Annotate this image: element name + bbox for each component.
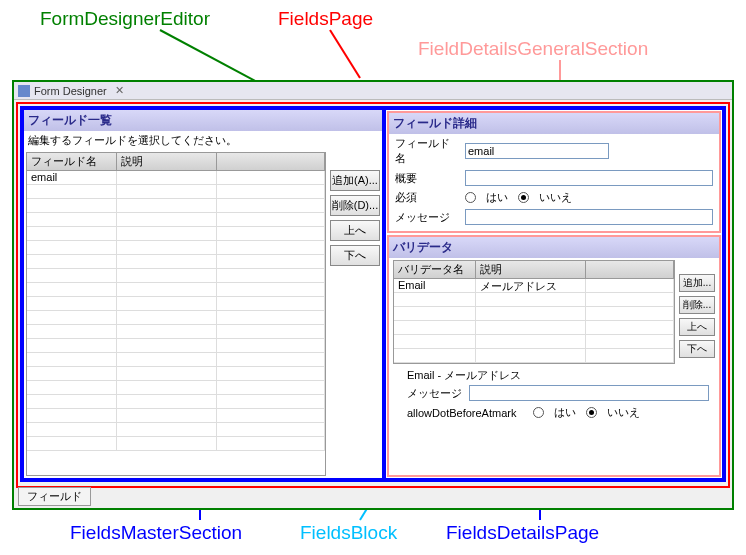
window-title: Form Designer [34,85,107,97]
validator-detail-title: Email - メールアドレス [407,368,709,383]
col-spacer [586,261,674,278]
cell-desc: メールアドレス [476,279,586,292]
validator-up-button[interactable]: 上へ [679,318,715,336]
validator-header: バリデータ [389,237,719,258]
col-field-desc[interactable]: 説明 [117,153,217,170]
required-yes-label: はい [486,190,508,205]
fields-block: フィールド一覧 編集するフィールドを選択してください。 フィールド名 説明 em… [20,106,726,482]
add-button[interactable]: 追加(A)... [330,170,380,191]
ann-fields-details-page: FieldsDetailsPage [446,522,599,544]
close-icon[interactable]: ✕ [115,84,124,97]
validator-buttons: 追加... 削除... 上へ 下へ [679,260,715,364]
label-message: メッセージ [395,210,459,225]
table-row[interactable]: email [27,171,325,185]
validator-down-button[interactable]: 下へ [679,340,715,358]
label-validator-message: メッセージ [407,386,463,401]
grid-rows: email [27,171,325,451]
cell-spacer [217,171,325,184]
validator-grid[interactable]: バリデータ名 説明 Email メールアドレス [393,260,675,364]
fields-master-section: フィールド一覧 編集するフィールドを選択してください。 フィールド名 説明 em… [24,110,386,478]
fields-page: フィールド一覧 編集するフィールドを選択してください。 フィールド名 説明 em… [16,102,730,488]
table-row[interactable]: Email メールアドレス [394,279,674,293]
allow-dot-no-label: いいえ [607,405,640,420]
cell-desc [117,171,217,184]
allow-dot-yes-label: はい [554,405,576,420]
col-validator-desc[interactable]: 説明 [476,261,586,278]
col-validator-name[interactable]: バリデータ名 [394,261,476,278]
label-field-name: フィールド名 [395,136,459,166]
titlebar: Form Designer ✕ [14,82,732,100]
allow-dot-radio-group: はい いいえ [533,405,640,420]
allow-dot-no-radio[interactable] [586,407,597,418]
fields-details-page: フィールド詳細 フィールド名 概要 必須 はい [386,110,722,478]
ann-fields-master: FieldsMasterSection [70,522,242,544]
cell-name: Email [394,279,476,292]
app-icon [18,85,30,97]
col-spacer [217,153,325,170]
cell-spacer [586,279,674,292]
master-buttons: 追加(A)... 削除(D)... 上へ 下へ [330,152,380,476]
required-no-label: いいえ [539,190,572,205]
details-header: フィールド詳細 [389,113,719,134]
delete-button[interactable]: 削除(D)... [330,195,380,216]
required-yes-radio[interactable] [465,192,476,203]
field-name-input[interactable] [465,143,609,159]
master-header: フィールド一覧 [24,110,382,131]
label-allow-dot: allowDotBeforeAtmark [407,407,527,419]
cell-name: email [27,171,117,184]
validator-detail: Email - メールアドレス メッセージ allowDotBeforeAtma… [389,366,719,428]
ann-fields-page: FieldsPage [278,8,373,30]
field-details-general-section: フィールド詳細 フィールド名 概要 必須 はい [387,111,721,233]
col-field-name[interactable]: フィールド名 [27,153,117,170]
fields-grid[interactable]: フィールド名 説明 email [26,152,326,476]
validator-delete-button[interactable]: 削除... [679,296,715,314]
ann-fields-block: FieldsBlock [300,522,397,544]
up-button[interactable]: 上へ [330,220,380,241]
allow-dot-yes-radio[interactable] [533,407,544,418]
ann-field-details-general: FieldDetailsGeneralSection [418,38,648,60]
message-input[interactable] [465,209,713,225]
validator-add-button[interactable]: 追加... [679,274,715,292]
label-summary: 概要 [395,171,459,186]
form-designer-editor: Form Designer ✕ フィールド一覧 編集するフィールドを選択してくだ… [12,80,734,510]
svg-line-1 [330,30,360,78]
ann-form-designer-editor: FormDesignerEditor [40,8,210,30]
required-no-radio[interactable] [518,192,529,203]
tab-fields[interactable]: フィールド [18,487,91,506]
summary-input[interactable] [465,170,713,186]
master-subtitle: 編集するフィールドを選択してください。 [24,131,382,150]
down-button[interactable]: 下へ [330,245,380,266]
required-radio-group: はい いいえ [465,190,572,205]
field-details-validator-section: バリデータ バリデータ名 説明 Email メールアドレス [387,235,721,477]
validator-message-input[interactable] [469,385,709,401]
label-required: 必須 [395,190,459,205]
